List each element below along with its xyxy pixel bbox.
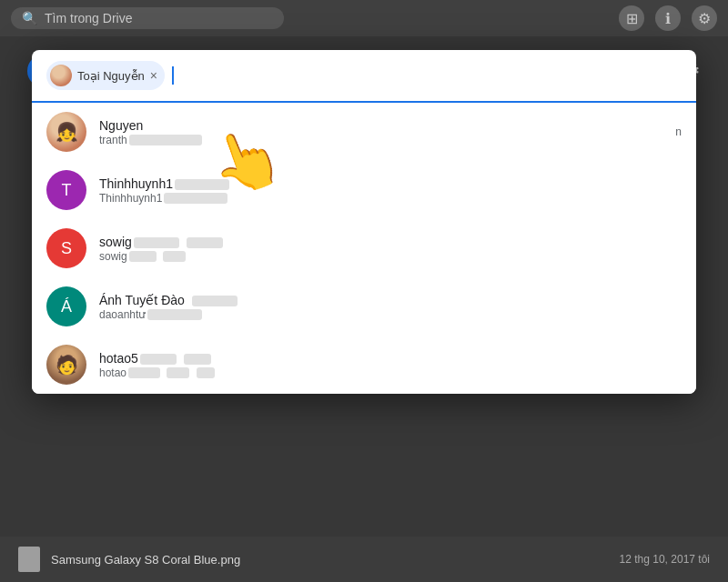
contact-dropdown-list: 👧 Nguyen tranth n T Thinhhuynh1 Thinhhuy… <box>32 103 696 394</box>
contact-chip[interactable]: Toại Nguyễn × <box>46 61 165 90</box>
avatar: S <box>46 228 86 268</box>
contact-info: sowig sowig <box>99 235 682 263</box>
contact-name: sowig <box>99 235 682 249</box>
contact-name: hotao5 <box>99 351 682 366</box>
contact-info: Nguyen tranth <box>99 118 662 146</box>
file-icon <box>18 547 40 572</box>
file-name: Samsung Galaxy S8 Coral Blue.png <box>51 553 240 567</box>
file-row: Samsung Galaxy S8 Coral Blue.png 12 thg … <box>0 537 728 582</box>
contact-email: daoanhtư <box>99 308 682 321</box>
list-item[interactable]: 👧 Nguyen tranth n <box>32 103 696 161</box>
contact-info: Thinhhuynh1 Thinhhuynh1 <box>99 176 682 205</box>
contact-email: Thinhhuynh1 <box>99 192 682 205</box>
settings-icon[interactable]: ⚙ <box>692 5 717 31</box>
avatar: Á <box>46 286 86 326</box>
contact-email: sowig <box>99 250 682 263</box>
list-item[interactable]: T Thinhhuynh1 Thinhhuynh1 <box>32 161 696 219</box>
top-icons: ⊞ ℹ ⚙ <box>619 5 717 31</box>
chip-name: Toại Nguyễn <box>77 69 145 83</box>
list-item[interactable]: 🧑 hotao5 hotao <box>32 336 696 394</box>
avatar: 👧 <box>46 112 86 152</box>
contact-name: Nguyen <box>99 118 662 133</box>
avatar: T <box>46 170 86 210</box>
contact-name: Thinhhuynh1 <box>99 176 682 191</box>
top-bar: 🔍 Tìm trong Drive ⊞ ℹ ⚙ <box>0 0 728 36</box>
contact-info: Ánh Tuyết Đào daoanhtư <box>99 293 682 321</box>
search-placeholder: Tìm trong Drive <box>45 11 132 25</box>
contact-email: tranth <box>99 134 662 146</box>
contact-extra: n <box>675 125 682 138</box>
contact-email: hotao <box>99 366 682 379</box>
input-row[interactable]: Toại Nguyễn × <box>32 50 696 103</box>
search-bar[interactable]: 🔍 Tìm trong Drive <box>11 7 284 29</box>
chip-avatar <box>50 65 72 86</box>
contact-info: hotao5 hotao <box>99 351 682 379</box>
text-cursor <box>172 66 174 85</box>
info-icon[interactable]: ℹ <box>655 5 681 31</box>
list-item[interactable]: Á Ánh Tuyết Đào daoanhtư <box>32 277 696 336</box>
share-modal: Toại Nguyễn × 👧 Nguyen tranth n T Th <box>32 50 696 394</box>
chip-close-icon[interactable]: × <box>150 69 157 82</box>
avatar: 🧑 <box>46 345 86 385</box>
contact-name: Ánh Tuyết Đào <box>99 293 682 307</box>
grid-icon[interactable]: ⊞ <box>619 5 644 31</box>
file-date: 12 thg 10, 2017 tôi <box>620 553 710 566</box>
list-item[interactable]: S sowig sowig <box>32 219 696 277</box>
search-icon: 🔍 <box>22 11 37 25</box>
